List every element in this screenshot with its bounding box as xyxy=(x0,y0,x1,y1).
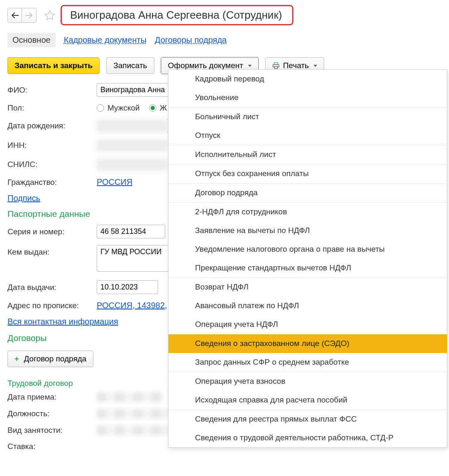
dropdown-item[interactable]: Возврат НДФЛ xyxy=(168,278,447,297)
chevron-down-icon xyxy=(248,65,251,67)
plus-icon: + xyxy=(15,355,19,363)
radio-icon xyxy=(97,104,104,112)
dropdown-item[interactable]: Исполнительный лист xyxy=(168,145,447,164)
dropdown-item[interactable]: Отпуск xyxy=(168,126,447,145)
gender-male-label: Мужской xyxy=(107,103,140,113)
hire-date-label: Дата приема: xyxy=(7,393,97,402)
add-contract-button[interactable]: + Договор подряда xyxy=(7,351,93,367)
tab-contracts[interactable]: Договоры подряда xyxy=(155,35,227,45)
rate-label: Ставка: xyxy=(7,442,97,451)
gender-male-radio[interactable]: Мужской xyxy=(97,103,140,113)
passport-series-label: Серия и номер: xyxy=(7,227,97,236)
page-title-box: Виноградова Анна Сергеевна (Сотрудник) xyxy=(61,5,293,25)
tab-hr-documents[interactable]: Кадровые документы xyxy=(64,35,146,45)
printer-icon xyxy=(272,62,280,69)
create-document-label: Оформить документ xyxy=(168,61,243,70)
dropdown-item[interactable]: Прекращение стандартных вычетов НДФЛ xyxy=(168,259,447,277)
tab-main[interactable]: Основное xyxy=(7,33,56,47)
nav-back-button[interactable] xyxy=(8,8,22,22)
position-label: Должность: xyxy=(7,409,97,418)
print-label: Печать xyxy=(283,61,309,70)
reg-address-link[interactable]: РОССИЯ, 143982, xyxy=(97,301,167,310)
dropdown-item[interactable]: 2-НДФЛ для сотрудников xyxy=(168,203,447,221)
dropdown-item[interactable]: Отпуск без сохранения оплаты xyxy=(168,164,447,183)
dropdown-item[interactable]: Кадровый перевод xyxy=(168,70,447,88)
inn-label: ИНН: xyxy=(7,141,97,150)
svg-rect-2 xyxy=(274,66,277,69)
dropdown-item[interactable]: Операция учета взносов xyxy=(168,372,447,391)
dob-label: Дата рождения: xyxy=(7,121,97,130)
arrow-right-icon xyxy=(25,12,33,18)
favorite-star-icon[interactable] xyxy=(44,10,56,21)
all-contacts-link[interactable]: Вся контактная информация xyxy=(7,317,118,326)
employment-type-blurred xyxy=(97,425,180,435)
radio-checked-icon xyxy=(149,104,156,112)
snils-input-blurred[interactable] xyxy=(97,158,167,171)
passport-series-input[interactable] xyxy=(97,225,165,238)
nav-forward-button[interactable] xyxy=(22,8,36,22)
reg-address-label: Адрес по прописке: xyxy=(7,301,97,310)
dropdown-item[interactable]: Договор подряда xyxy=(168,184,447,202)
save-button[interactable]: Записать xyxy=(106,57,154,74)
employment-type-label: Вид занятости: xyxy=(7,426,97,435)
dropdown-item[interactable]: Заявление на вычеты по НДФЛ xyxy=(168,221,447,240)
dropdown-item[interactable]: Сведения о застрахованном лице (СЭДО) xyxy=(168,334,447,353)
chevron-down-icon xyxy=(314,65,317,67)
inn-input-blurred[interactable] xyxy=(97,139,167,152)
hire-date-blurred xyxy=(97,392,163,402)
citizenship-link[interactable]: РОССИЯ xyxy=(97,177,132,186)
dropdown-item[interactable]: Сведения для реестра прямых выплат ФСС xyxy=(168,410,447,429)
add-contract-label: Договор подряда xyxy=(24,354,87,363)
dropdown-item[interactable]: Операция учета НДФЛ xyxy=(168,315,447,334)
dropdown-item[interactable]: Запрос данных СФР о среднем заработке xyxy=(168,353,447,372)
dropdown-item[interactable]: Сведения о трудовой деятельности работни… xyxy=(168,429,447,447)
gender-label: Пол: xyxy=(7,103,97,113)
position-blurred xyxy=(97,409,176,419)
fio-input[interactable] xyxy=(97,83,169,97)
dropdown-item[interactable]: Исходящая справка для расчета пособий xyxy=(168,391,447,410)
snils-label: СНИЛС: xyxy=(7,160,97,169)
issue-date-label: Дата выдачи: xyxy=(7,283,97,292)
gender-female-label: Ж xyxy=(160,103,167,113)
fio-label: ФИО: xyxy=(7,86,97,95)
dropdown-item[interactable]: Уведомление налогового органа о праве на… xyxy=(168,240,447,259)
gender-female-radio[interactable]: Ж xyxy=(149,103,167,113)
signature-link[interactable]: Подпись xyxy=(7,194,40,203)
issued-by-textarea[interactable] xyxy=(97,245,169,272)
dob-input-blurred[interactable] xyxy=(97,120,167,132)
dropdown-item[interactable]: Увольнение xyxy=(168,88,447,107)
issue-date-input[interactable] xyxy=(97,280,158,294)
dropdown-item[interactable]: Больничный лист xyxy=(168,108,447,126)
arrow-left-icon xyxy=(11,12,19,18)
create-document-dropdown-menu: Кадровый переводУвольнениеБольничный лис… xyxy=(168,69,447,448)
dropdown-item[interactable]: Авансовый платеж по НДФЛ xyxy=(168,297,447,315)
citizenship-label: Гражданство: xyxy=(7,178,97,187)
issued-by-label: Кем выдан: xyxy=(7,245,97,257)
page-title: Виноградова Анна Сергеевна (Сотрудник) xyxy=(70,9,282,21)
save-and-close-button[interactable]: Записать и закрыть xyxy=(7,57,100,74)
